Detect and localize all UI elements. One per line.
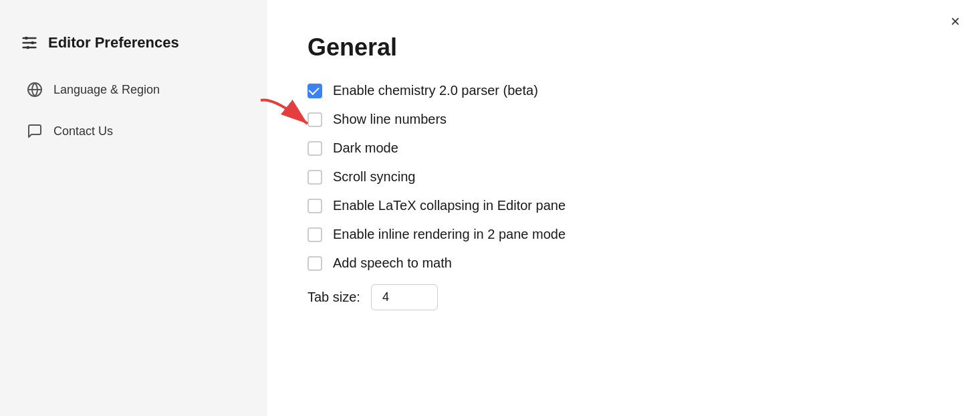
checkbox-chemistry-parser[interactable] — [308, 84, 322, 98]
sidebar-item-label: Contact Us — [53, 124, 113, 138]
svg-point-3 — [25, 37, 28, 40]
sidebar-item-language-region[interactable]: Language & Region — [7, 70, 261, 110]
checkbox-latex-collapsing[interactable] — [308, 199, 322, 213]
checkbox-line-numbers[interactable] — [308, 112, 322, 127]
option-row-line-numbers: Show line numbers — [308, 112, 940, 127]
label-chemistry-parser[interactable]: Enable chemistry 2.0 parser (beta) — [333, 83, 538, 98]
option-row-speech-to-math: Add speech to math — [308, 255, 940, 271]
option-row-chemistry-parser: Enable chemistry 2.0 parser (beta) — [308, 83, 940, 98]
sidebar-item-contact-us[interactable]: Contact Us — [7, 111, 261, 151]
label-latex-collapsing[interactable]: Enable LaTeX collapsing in Editor pane — [333, 198, 566, 213]
label-speech-to-math[interactable]: Add speech to math — [333, 255, 452, 271]
tab-size-label: Tab size: — [308, 290, 360, 305]
checkbox-dark-mode[interactable] — [308, 141, 322, 156]
tab-size-input[interactable] — [371, 284, 438, 310]
tab-size-row: Tab size: — [308, 284, 940, 310]
sliders-icon — [20, 33, 39, 52]
checkbox-speech-to-math[interactable] — [308, 256, 322, 271]
option-row-scroll-syncing: Scroll syncing — [308, 169, 940, 185]
svg-point-4 — [31, 41, 34, 45]
modal-container: Editor Preferences Language & Region Con… — [0, 0, 980, 416]
option-row-dark-mode: Dark mode — [308, 140, 940, 156]
sidebar-title: Editor Preferences — [48, 34, 179, 51]
svg-point-5 — [26, 46, 29, 49]
option-row-inline-rendering: Enable inline rendering in 2 pane mode — [308, 227, 940, 242]
section-title: General — [308, 33, 940, 62]
label-inline-rendering[interactable]: Enable inline rendering in 2 pane mode — [333, 227, 566, 242]
main-content: × General Enable chemistry 2.0 parser (b… — [267, 0, 980, 416]
sidebar-header: Editor Preferences — [0, 20, 267, 68]
chat-icon — [27, 123, 43, 139]
close-button[interactable]: × — [951, 13, 960, 29]
label-dark-mode[interactable]: Dark mode — [333, 140, 398, 156]
sidebar: Editor Preferences Language & Region Con… — [0, 0, 267, 416]
label-scroll-syncing[interactable]: Scroll syncing — [333, 169, 415, 185]
sidebar-item-label: Language & Region — [53, 83, 160, 97]
checkbox-scroll-syncing[interactable] — [308, 170, 322, 185]
label-line-numbers[interactable]: Show line numbers — [333, 112, 447, 127]
checkbox-inline-rendering[interactable] — [308, 227, 322, 242]
option-row-latex-collapsing: Enable LaTeX collapsing in Editor pane — [308, 198, 940, 213]
globe-icon — [27, 82, 43, 98]
